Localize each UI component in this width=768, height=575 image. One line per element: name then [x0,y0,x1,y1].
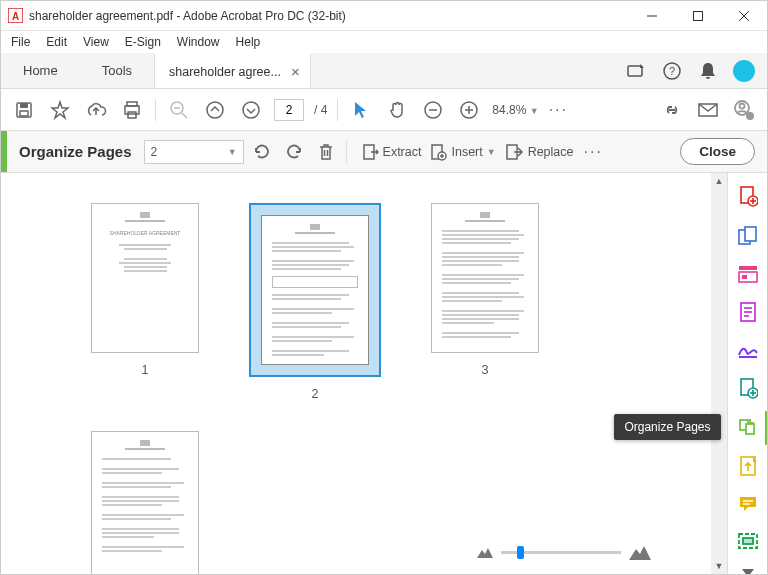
svg-rect-44 [739,266,757,270]
rotate-ccw-icon[interactable] [248,138,276,166]
save-icon[interactable] [11,97,37,123]
zoom-in-icon[interactable] [456,97,482,123]
extract-button[interactable]: Extract [361,142,422,162]
small-thumb-icon [477,546,493,558]
svg-rect-14 [125,106,139,114]
compress-icon[interactable] [737,455,759,477]
page-up-icon[interactable] [202,97,228,123]
svg-rect-45 [739,272,757,282]
create-pdf-icon[interactable] [737,185,759,207]
page-down-icon[interactable] [238,97,264,123]
user-avatar[interactable] [733,60,755,82]
rail-expand-icon[interactable] [737,569,759,574]
thumbnail-size-slider[interactable] [477,544,651,560]
page-thumb-4[interactable] [91,431,199,574]
tab-home[interactable]: Home [1,53,80,88]
zoom-out-icon[interactable] [420,97,446,123]
account-icon[interactable] [731,97,757,123]
bell-icon[interactable] [697,60,719,82]
scroll-up-icon[interactable]: ▲ [711,173,727,189]
svg-text:?: ? [669,65,675,77]
menubar: File Edit View E-Sign Window Help [1,31,767,53]
window-title: shareholder agreement.pdf - Adobe Acroba… [29,9,629,23]
star-icon[interactable] [47,97,73,123]
app-icon: A [7,8,23,24]
edit-pdf-icon[interactable] [737,265,759,283]
print-icon[interactable] [119,97,145,123]
scroll-down-icon[interactable]: ▼ [711,558,727,574]
titlebar: A shareholder agreement.pdf - Adobe Acro… [1,1,767,31]
replace-button[interactable]: Replace [504,142,574,162]
svg-marker-36 [477,548,493,558]
close-button[interactable]: Close [680,138,755,165]
combine-files-icon[interactable] [737,225,759,247]
body-area: SHAREHOLDER AGREEMENT 1 [1,173,767,574]
vertical-scrollbar[interactable]: ▲ ▼ [711,173,727,574]
share-device-icon[interactable] [625,60,647,82]
delete-icon[interactable] [312,138,340,166]
pointer-icon[interactable] [348,97,374,123]
link-share-icon[interactable] [659,97,685,123]
svg-rect-10 [20,103,28,108]
close-window-button[interactable] [721,1,767,31]
tab-document[interactable]: shareholder agree... × [154,53,311,88]
tab-tools[interactable]: Tools [80,53,154,88]
export-pdf-icon[interactable] [737,301,759,323]
page-select-dropdown[interactable]: 2▼ [144,140,244,164]
menu-help[interactable]: Help [236,35,261,49]
svg-marker-12 [52,102,68,118]
svg-point-28 [740,103,745,108]
tab-document-label: shareholder agree... [169,65,281,79]
maximize-button[interactable] [675,1,721,31]
svg-rect-3 [694,11,703,20]
svg-point-19 [207,102,223,118]
svg-marker-63 [742,569,754,574]
zoom-level-dropdown[interactable]: 84.8% ▼ [492,103,538,117]
svg-line-17 [182,113,187,118]
page-thumb-1[interactable]: SHAREHOLDER AGREEMENT 1 [91,203,199,401]
svg-point-20 [243,102,259,118]
tab-actions: ? [625,53,767,88]
toolbar-more-icon[interactable]: ··· [549,101,568,119]
organize-more-icon[interactable]: ··· [584,143,603,161]
page-number-input[interactable] [274,99,304,121]
menu-esign[interactable]: E-Sign [125,35,161,49]
help-icon[interactable]: ? [661,60,683,82]
menu-file[interactable]: File [11,35,30,49]
organize-title: Organize Pages [19,143,132,160]
svg-rect-46 [742,275,747,279]
page-thumb-3[interactable]: 3 [431,203,539,401]
page-label-3: 3 [482,363,489,377]
main-toolbar: / 4 84.8% ▼ ··· [1,89,767,131]
svg-rect-6 [628,66,642,76]
page-thumbnail-area[interactable]: SHAREHOLDER AGREEMENT 1 [1,173,711,574]
menu-window[interactable]: Window [177,35,220,49]
insert-button[interactable]: Insert ▼ [429,142,495,162]
comment-icon[interactable] [737,495,759,513]
slider-handle[interactable] [517,546,524,559]
cloud-upload-icon[interactable] [83,97,109,123]
app-window: A shareholder agreement.pdf - Adobe Acro… [0,0,768,575]
rotate-cw-icon[interactable] [280,138,308,166]
svg-rect-62 [743,538,753,544]
sign-icon[interactable] [737,341,759,359]
page-thumb-2[interactable]: 2 [249,203,381,401]
minimize-button[interactable] [629,1,675,31]
close-tab-icon[interactable]: × [291,64,300,79]
svg-rect-43 [745,227,756,241]
accent-stripe [1,131,7,172]
svg-text:A: A [11,11,18,22]
request-signatures-icon[interactable] [737,377,759,399]
menu-view[interactable]: View [83,35,109,49]
hand-icon[interactable] [384,97,410,123]
page-label-2: 2 [312,387,319,401]
zoom-out-magnify-icon[interactable] [166,97,192,123]
tab-row: Home Tools shareholder agree... × ? [1,53,767,89]
email-icon[interactable] [695,97,721,123]
large-thumb-icon [629,544,651,560]
organize-toolbar: Organize Pages 2▼ Extract Insert ▼ Repla… [1,131,767,173]
scan-ocr-icon[interactable] [737,531,759,551]
menu-edit[interactable]: Edit [46,35,67,49]
svg-rect-15 [128,112,136,118]
organize-pages-icon[interactable]: Organize Pages [737,417,759,437]
